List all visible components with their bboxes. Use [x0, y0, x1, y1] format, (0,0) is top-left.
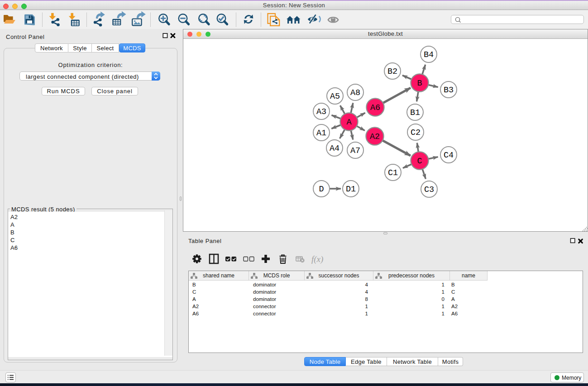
svg-text:A4: A4 [330, 144, 339, 153]
svg-text:D1: D1 [346, 185, 356, 194]
svg-text:f(x): f(x) [311, 254, 323, 264]
svg-text:C3: C3 [424, 185, 434, 195]
svg-text:C: C [417, 157, 422, 166]
svg-text:D: D [319, 185, 324, 194]
svg-text:A3: A3 [316, 107, 326, 117]
svg-text:C1: C1 [388, 168, 398, 178]
svg-text:A2: A2 [370, 132, 380, 142]
svg-text:B: B [417, 79, 422, 88]
svg-text:B4: B4 [424, 50, 434, 60]
svg-text:A5: A5 [330, 92, 340, 101]
svg-text:A8: A8 [350, 88, 360, 98]
svg-text:A7: A7 [350, 146, 360, 156]
svg-text:B1: B1 [410, 108, 420, 118]
svg-text:C4: C4 [444, 151, 454, 160]
svg-text:B3: B3 [444, 86, 454, 95]
svg-text:B2: B2 [387, 67, 397, 76]
svg-text:A: A [346, 118, 352, 127]
svg-text:A6: A6 [370, 103, 380, 113]
svg-text:C2: C2 [411, 128, 421, 138]
svg-text:A1: A1 [316, 129, 326, 138]
